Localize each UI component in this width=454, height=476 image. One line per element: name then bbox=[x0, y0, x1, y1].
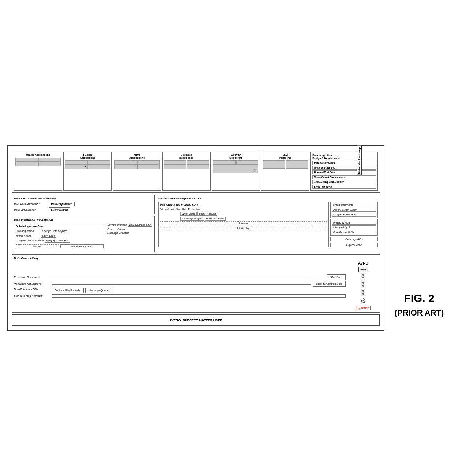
distribution-title: Data Distribution and Delivery bbox=[14, 197, 152, 200]
various-file-box: Various File Formats bbox=[52, 288, 84, 293]
change-data-box: Change Data Capture bbox=[41, 229, 68, 233]
fusion-app-box: FusionApplications ⊙ bbox=[63, 152, 112, 191]
test-debug-item: Test, Debug and Monitor bbox=[312, 180, 376, 184]
mdm-core-title: Master Data Management Core bbox=[158, 197, 378, 200]
bulk-acq-label: Bulk Acquisition bbox=[16, 230, 40, 232]
office-icon: 📊Office bbox=[356, 306, 371, 310]
service-oriented-label: Service-Oriented bbox=[107, 224, 127, 226]
mdm-core-section: Master Data Management Core Data Quality… bbox=[156, 195, 380, 252]
metadata-exchange-label: Metadata Exchange bbox=[291, 145, 362, 175]
dq-profiling-box: Data Quality and Profiling Core Internat… bbox=[158, 202, 329, 247]
complex-transform-label: Complex Transformation bbox=[16, 239, 44, 242]
bulk-data-label: Bulk Data Movement bbox=[14, 202, 47, 206]
metadata-services-item: Metadata Services bbox=[60, 244, 104, 248]
data-services-box: Data Services edu: bbox=[128, 223, 152, 227]
subject-matter-box: AVERO: SUBJECT MATTER USER bbox=[12, 314, 380, 326]
db-stack-3: 🗄 bbox=[360, 289, 366, 296]
integration-core-title: Data Integration Core bbox=[16, 225, 104, 228]
models-item: Models bbox=[16, 244, 59, 248]
process-oriented-label: Process-Oriented bbox=[107, 228, 127, 230]
data-clarification-group: Data Clarification Import, Blend, Export… bbox=[330, 202, 378, 218]
mdm-core-box: Master Data Management Core Data Quality… bbox=[156, 195, 380, 252]
data-replication-box: Data Replication bbox=[49, 202, 75, 206]
oracle-app-box: Oracle Applications bbox=[14, 152, 62, 191]
activity-monitor-box: ActivityMonitoring ⊙ bbox=[212, 152, 260, 191]
team-based-item: Team-Based Environment bbox=[312, 175, 376, 179]
integrity-constraints-box: Integrity Constraints bbox=[45, 239, 70, 243]
foundation-title: Data Integration Foundation bbox=[14, 218, 152, 221]
mdm-app-title: MDMApplications bbox=[114, 154, 160, 160]
foundation-section: Data Integration Foundation Data Integra… bbox=[12, 216, 155, 252]
oracle-app-title: Oracle Applications bbox=[15, 154, 61, 156]
non-relational-label: Non-Relational DBs bbox=[14, 288, 51, 293]
publishing-rules-item: Publishing Rules bbox=[205, 217, 226, 221]
relationships-item: Relationships bbox=[160, 226, 327, 230]
standard-msg-wide bbox=[52, 294, 346, 298]
full-diagram: Oracle Applications FusionApplications bbox=[12, 150, 380, 326]
hierarchy-mgmt-item: Hierarchy Mgmt bbox=[332, 221, 376, 225]
semi-structured-box: Semi-Structured Data bbox=[313, 281, 346, 287]
db-stack-1: 🗄 bbox=[360, 273, 366, 280]
data-repl-item: Data Replication bbox=[181, 207, 201, 211]
diagram-outer: Metadata Exchange Oracle Applications bbox=[7, 145, 384, 331]
object-cache-box: Object Cache bbox=[330, 243, 378, 247]
connectivity-section: Data Connectivity Relational Databases X… bbox=[12, 254, 380, 313]
liven-used-box: Liven-Used bbox=[41, 234, 56, 238]
gear-icon: ⚙ bbox=[360, 298, 366, 304]
left-column: Data Distribution and Delivery Bulk Data… bbox=[12, 195, 155, 252]
page-container: Metadata Exchange Oracle Applications bbox=[7, 145, 447, 331]
service-types-column: Service-Oriented Data Services edu: Proc… bbox=[107, 223, 152, 250]
logging-rollbacks-item: Logging & Rollbacks bbox=[332, 213, 376, 217]
activity-monitor-title: ActivityMonitoring bbox=[213, 154, 258, 160]
xml-data-box: XML Data bbox=[327, 274, 346, 280]
sap-icon: SAP bbox=[358, 267, 368, 272]
data-virtualization-label: Data Virtualization bbox=[14, 208, 47, 211]
relational-db-wide bbox=[52, 276, 325, 278]
avro-label: AVRO bbox=[358, 261, 368, 265]
connectivity-title: Data Connectivity bbox=[14, 257, 378, 260]
cluster-analysis-item: Cluster Analysis bbox=[197, 212, 217, 216]
packaged-apps-label: Packaged Applications bbox=[14, 282, 51, 285]
message-queues-box: Message Queues bbox=[85, 288, 114, 293]
error-handling-item: Error Handling bbox=[312, 185, 376, 189]
relational-db-label: Relational Databases bbox=[14, 276, 51, 279]
standard-msg-label: Standard Msg Formats bbox=[14, 294, 51, 298]
prior-art-label: (PRIOR ART) bbox=[395, 308, 444, 318]
middle-section: Data Distribution and Delivery Bulk Data… bbox=[12, 195, 380, 252]
business-intel-title: BusinessIntelligence bbox=[164, 154, 209, 160]
fusion-app-title: FusionApplications bbox=[65, 154, 110, 160]
subject-matter-text: AVERO: SUBJECT MATTER USER bbox=[169, 318, 223, 322]
event-based-item: Event-Based bbox=[180, 212, 197, 216]
message-oriented-label: Message-Oriented bbox=[107, 232, 129, 234]
lineage-item: Lineage bbox=[160, 221, 327, 225]
distribution-section: Data Distribution and Delivery Bulk Data… bbox=[12, 195, 155, 214]
business-intel-box: BusinessIntelligence bbox=[162, 152, 211, 191]
import-blend-item: Import, Blend, Export bbox=[332, 208, 376, 212]
data-clarification-item: Data Clarification bbox=[332, 203, 376, 207]
dq-profiling-title: Data Quality and Profiling Core bbox=[160, 203, 327, 206]
figure-labels: FIG. 2 (PRIOR ART) bbox=[392, 145, 447, 318]
data-reconciliation-item: Data Reconciliation bbox=[332, 230, 376, 234]
event-driven-box: Event-Driven bbox=[49, 207, 70, 212]
marketing-dedupe-item: Marketing/Dedupe's bbox=[180, 217, 204, 221]
hierarchy-group: Hierarchy Mgmt Lifestyle Mgmt Data Recon… bbox=[330, 219, 378, 236]
trickle-feeds-label: Trickle Feeds bbox=[16, 235, 40, 237]
integration-core-box: Data Integration Core Bulk Acquisition C… bbox=[14, 223, 105, 250]
mdm-app-box: MDMApplications bbox=[113, 152, 161, 191]
intl-label: Internationalization bbox=[160, 208, 180, 210]
lifestyle-mgmt-item: Lifestyle Mgmt bbox=[332, 225, 376, 229]
packaged-apps-wide bbox=[52, 283, 311, 285]
db-stack-2: 🗄 bbox=[360, 281, 366, 288]
exchange-apis-box: Exchange APIs bbox=[330, 237, 378, 241]
fig-number: FIG. 2 bbox=[404, 292, 434, 305]
